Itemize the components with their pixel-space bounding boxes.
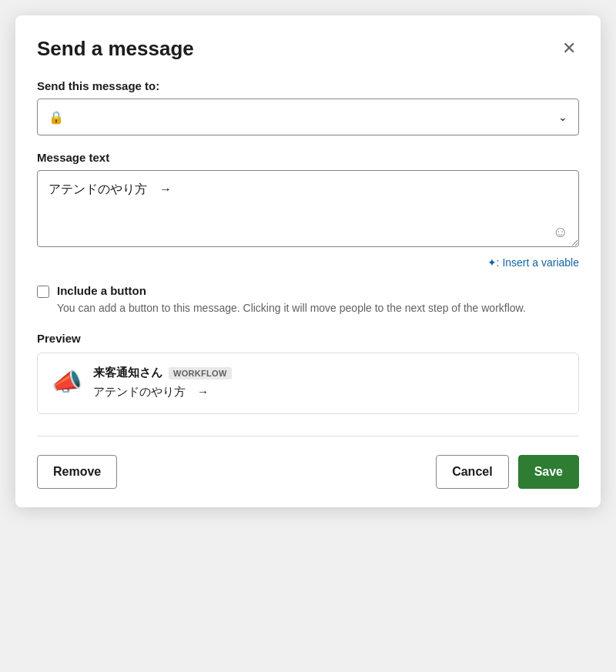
preview-sender-emoji: 📣 [52, 367, 82, 396]
lock-icon: 🔒 [49, 110, 64, 125]
recipient-section: Send this message to: 🔒 ⌄ [37, 79, 579, 135]
emoji-icon: ☺ [553, 223, 568, 240]
preview-label: Preview [37, 332, 579, 345]
close-icon: ✕ [562, 40, 576, 57]
send-message-modal: Send a message ✕ Send this message to: 🔒… [15, 15, 601, 507]
include-button-checkbox[interactable] [37, 286, 49, 298]
footer-divider [37, 436, 579, 436]
preview-sender-name: 来客通知さん [93, 366, 162, 380]
footer: Remove Cancel Save [37, 452, 579, 489]
remove-button[interactable]: Remove [37, 455, 117, 489]
insert-variable-button[interactable]: ✦: Insert a variable [487, 256, 580, 269]
footer-right: Cancel Save [436, 455, 579, 489]
include-button-section: Include a button You can add a button to… [37, 284, 579, 316]
preview-card: 📣 来客通知さん WORKFLOW アテンドのやり方 → [37, 353, 579, 414]
preview-section: Preview 📣 来客通知さん WORKFLOW アテンドのやり方 → [37, 332, 579, 414]
preview-message-text: アテンドのやり方 → [93, 383, 564, 401]
insert-variable-label: Insert a variable [502, 256, 579, 269]
chevron-down-icon: ⌄ [558, 111, 567, 123]
cancel-button[interactable]: Cancel [436, 455, 508, 489]
modal-header: Send a message ✕ [37, 37, 579, 61]
workflow-badge: WORKFLOW [169, 367, 232, 379]
include-button-description: You can add a button to this message. Cl… [57, 302, 526, 314]
preview-content: 来客通知さん WORKFLOW アテンドのやり方 → [93, 366, 564, 401]
preview-sender-row: 来客通知さん WORKFLOW [93, 366, 564, 380]
include-button-label: Include a button [57, 284, 579, 297]
recipient-dropdown[interactable]: 🔒 ⌄ [37, 99, 579, 135]
include-button-content: Include a button You can add a button to… [57, 284, 579, 316]
save-button[interactable]: Save [518, 455, 579, 489]
recipient-label: Send this message to: [37, 79, 579, 92]
message-text-section: Message text ☺ ✦: Insert a variable [37, 151, 579, 269]
emoji-picker-button[interactable]: ☺ [551, 222, 570, 242]
insert-variable-area: ✦: Insert a variable [37, 256, 579, 269]
message-textarea[interactable] [37, 170, 579, 247]
close-button[interactable]: ✕ [559, 37, 579, 60]
footer-left: Remove [37, 455, 117, 489]
message-text-label: Message text [37, 151, 579, 164]
message-textarea-wrapper: ☺ [37, 170, 579, 250]
modal-title: Send a message [37, 37, 194, 61]
variable-icon: ✦: [487, 256, 500, 269]
